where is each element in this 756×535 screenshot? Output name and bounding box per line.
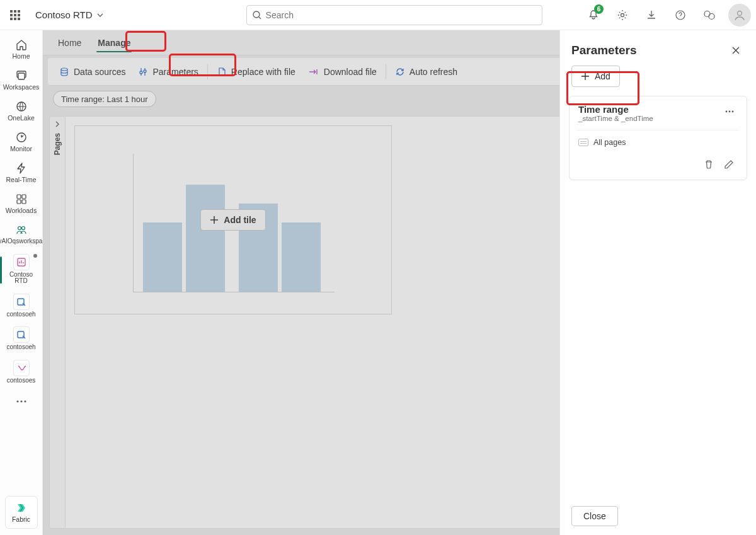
- parameter-more-button[interactable]: [721, 104, 738, 119]
- search-input[interactable]: [266, 10, 537, 20]
- svg-point-19: [16, 400, 18, 402]
- notifications-button[interactable]: 6: [580, 3, 607, 28]
- rail-monitor[interactable]: Monitor: [3, 127, 40, 158]
- toolbar-data-sources[interactable]: Data sources: [53, 62, 132, 82]
- panel-close-button[interactable]: [727, 42, 745, 59]
- rail-fabric-button[interactable]: Fabric: [5, 496, 38, 529]
- rail-label: Fabric: [12, 515, 30, 523]
- svg-rect-7: [18, 73, 25, 79]
- chevron-down-icon: [96, 11, 104, 19]
- empty-tile[interactable]: Add tile: [74, 125, 392, 314]
- rail-label: Home: [12, 53, 30, 60]
- svg-point-0: [253, 11, 260, 18]
- toolbar-auto-refresh[interactable]: Auto refresh: [389, 62, 464, 82]
- svg-point-25: [726, 111, 728, 113]
- account-button[interactable]: [728, 4, 751, 26]
- rail-label: contosoeh: [6, 311, 35, 318]
- parameter-card: Time range _startTime & _endTime All pag…: [569, 96, 747, 180]
- rail-workloads[interactable]: Workloads: [3, 188, 40, 219]
- rail-my-workspace[interactable]: myAIOqsworkspace: [3, 219, 40, 250]
- rail-onelake[interactable]: OneLake: [3, 96, 40, 127]
- toolbar-replace-file[interactable]: Replace with file: [210, 62, 302, 82]
- rail-contosoeh-1[interactable]: contosoeh: [3, 290, 40, 323]
- feedback-button[interactable]: [696, 3, 723, 28]
- parameter-name: Time range: [578, 104, 653, 115]
- rail-label: Workspaces: [3, 84, 40, 91]
- smiley-icon: [703, 9, 716, 21]
- rail-label: OneLake: [8, 115, 35, 122]
- status-dot-icon: [33, 254, 37, 258]
- rail-contosoeh-2[interactable]: contosoeh: [3, 323, 40, 356]
- workloads-icon: [15, 193, 28, 205]
- tab-home[interactable]: Home: [50, 30, 89, 55]
- plus-icon: [210, 216, 219, 224]
- svg-point-15: [21, 227, 25, 230]
- edit-parameter-button[interactable]: [720, 156, 738, 173]
- help-button[interactable]: [667, 3, 694, 28]
- download-button[interactable]: [638, 3, 665, 28]
- add-parameter-button[interactable]: Add: [571, 66, 620, 87]
- rail-more-button[interactable]: [9, 393, 34, 410]
- parameters-icon: [138, 67, 148, 77]
- rail-contosoes[interactable]: contosoes: [3, 356, 40, 389]
- waffle-icon: [10, 10, 20, 20]
- close-icon: [731, 46, 740, 55]
- pill-time-range[interactable]: Time range: Last 1 hour: [53, 91, 156, 107]
- rail-realtime[interactable]: Real-Time: [3, 158, 40, 188]
- rail-home[interactable]: Home: [3, 34, 40, 65]
- panel-close-footer-button[interactable]: Close: [571, 506, 618, 526]
- workspace-dropdown[interactable]: Contoso RTD: [30, 7, 109, 23]
- rail-contoso-rtd[interactable]: Contoso RTD: [3, 250, 40, 290]
- top-bar: Contoso RTD 6: [0, 0, 756, 30]
- panel-title: Parameters: [571, 43, 637, 57]
- svg-point-23: [140, 71, 142, 74]
- export-icon: [308, 67, 319, 76]
- rail-label: contosoes: [7, 377, 36, 384]
- tab-manage[interactable]: Manage: [90, 30, 138, 55]
- workspaces-icon: [15, 69, 28, 82]
- workspace-name: Contoso RTD: [35, 9, 93, 20]
- pages-label: Pages: [53, 133, 62, 155]
- svg-point-24: [144, 70, 146, 72]
- people-icon: [15, 224, 28, 236]
- app-launcher-button[interactable]: [5, 5, 25, 25]
- ellipsis-icon: [16, 400, 26, 403]
- gear-icon: [616, 9, 629, 21]
- bolt-icon: [15, 162, 28, 175]
- svg-point-22: [61, 68, 67, 71]
- database-icon: [59, 67, 69, 77]
- parameter-pages-scope: All pages: [578, 138, 738, 147]
- svg-point-26: [729, 111, 731, 113]
- svg-rect-12: [17, 200, 21, 204]
- svg-point-4: [709, 13, 714, 19]
- plus-icon: [581, 72, 590, 81]
- svg-rect-11: [22, 195, 26, 198]
- svg-point-27: [732, 111, 734, 113]
- toolbar-parameters[interactable]: Parameters: [132, 62, 204, 82]
- download-icon: [646, 9, 657, 21]
- global-search[interactable]: [246, 5, 542, 25]
- monitor-icon: [15, 131, 28, 144]
- add-tile-button[interactable]: Add tile: [200, 209, 265, 231]
- toolbar-download-file[interactable]: Download file: [302, 62, 383, 82]
- onelake-icon: [15, 100, 28, 113]
- home-icon: [15, 38, 28, 51]
- question-icon: [675, 9, 686, 21]
- eventhouse-icon: [13, 326, 30, 343]
- svg-rect-17: [18, 299, 24, 305]
- svg-point-21: [24, 400, 26, 402]
- svg-rect-18: [18, 331, 24, 338]
- rail-label: contosoeh: [6, 344, 35, 351]
- rail-workspaces[interactable]: Workspaces: [3, 65, 40, 96]
- pages-gutter[interactable]: Pages: [49, 116, 66, 529]
- eventstream-icon: [13, 360, 30, 376]
- rail-label: Monitor: [10, 146, 32, 152]
- pages-icon: [578, 139, 588, 146]
- svg-rect-13: [22, 200, 26, 204]
- svg-point-20: [20, 400, 22, 402]
- rail-label: Workloads: [6, 207, 37, 214]
- settings-button[interactable]: [609, 3, 636, 28]
- pencil-icon: [724, 159, 734, 170]
- delete-parameter-button[interactable]: [700, 156, 718, 173]
- trash-icon: [704, 159, 714, 170]
